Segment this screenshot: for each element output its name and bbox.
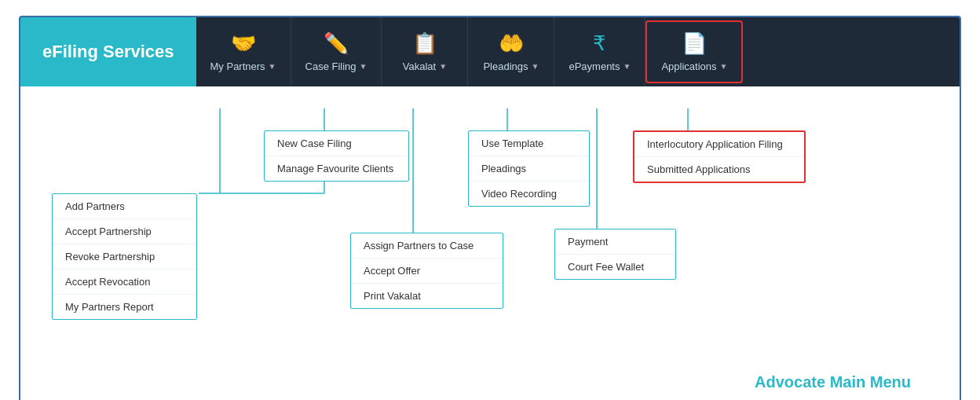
nav-item-applications[interactable]: 📄 Applications ▼ xyxy=(645,20,743,83)
vakalat-item-1[interactable]: Accept Offer xyxy=(351,259,503,284)
navbar: eFiling Services 🤝 My Partners ▼ ✏️ Case… xyxy=(20,17,960,86)
pleadings-icon: 🤲 xyxy=(499,31,524,56)
case-filing-arrow: ▼ xyxy=(360,62,368,71)
my-partners-item-3[interactable]: Accept Revocation xyxy=(53,270,196,295)
case-filing-dropdown: New Case Filing Manage Favourite Clients xyxy=(264,130,409,182)
nav-item-epayments[interactable]: ₹ ePayments ▼ xyxy=(554,17,645,86)
nav-items: 🤝 My Partners ▼ ✏️ Case Filing ▼ 📋 Vakal… xyxy=(196,17,960,86)
content-area: New Case Filing Manage Favourite Clients… xyxy=(20,86,960,400)
applications-arrow: ▼ xyxy=(720,62,728,71)
nav-item-vakalat[interactable]: 📋 Vakalat ▼ xyxy=(382,17,468,86)
diagram: New Case Filing Manage Favourite Clients… xyxy=(46,108,934,399)
pleadings-item-1[interactable]: Pleadings xyxy=(469,156,589,182)
vakalat-dropdown: Assign Partners to Case Accept Offer Pri… xyxy=(350,233,503,309)
vakalat-arrow: ▼ xyxy=(439,62,447,71)
vakalat-label: Vakalat ▼ xyxy=(403,61,447,72)
applications-label: Applications ▼ xyxy=(661,61,727,72)
my-partners-item-0[interactable]: Add Partners xyxy=(53,194,196,219)
vakalat-item-2[interactable]: Print Vakalat xyxy=(351,284,503,308)
my-partners-label: My Partners ▼ xyxy=(210,61,276,72)
epayments-arrow: ▼ xyxy=(623,62,631,71)
epayments-item-0[interactable]: Payment xyxy=(555,229,675,255)
case-filing-label: Case Filing ▼ xyxy=(305,61,368,72)
epayments-dropdown: Payment Court Fee Wallet xyxy=(554,229,676,280)
my-partners-dropdown: Add Partners Accept Partnership Revoke P… xyxy=(52,193,197,320)
nav-item-pleadings[interactable]: 🤲 Pleadings ▼ xyxy=(468,17,554,86)
my-partners-item-2[interactable]: Revoke Partnership xyxy=(53,244,196,270)
epayments-icon: ₹ xyxy=(593,31,606,56)
my-partners-icon: 🤝 xyxy=(231,31,256,56)
pleadings-label: Pleadings ▼ xyxy=(483,61,539,72)
applications-item-1[interactable]: Submitted Applications xyxy=(634,157,804,182)
applications-dropdown: Interlocutory Application Filing Submitt… xyxy=(633,130,806,183)
case-filing-item-0[interactable]: New Case Filing xyxy=(265,131,408,156)
my-partners-item-4[interactable]: My Partners Report xyxy=(53,295,196,319)
pleadings-dropdown: Use Template Pleadings Video Recording xyxy=(468,130,590,207)
pleadings-arrow: ▼ xyxy=(532,62,539,71)
brand-label: eFiling Services xyxy=(20,17,196,86)
epayments-item-1[interactable]: Court Fee Wallet xyxy=(555,255,675,279)
outer-container: eFiling Services 🤝 My Partners ▼ ✏️ Case… xyxy=(19,16,961,400)
advocate-main-menu-label: Advocate Main Menu xyxy=(755,373,911,391)
my-partners-item-1[interactable]: Accept Partnership xyxy=(53,219,196,244)
applications-icon: 📄 xyxy=(682,31,707,56)
my-partners-arrow: ▼ xyxy=(269,62,276,71)
nav-item-case-filing[interactable]: ✏️ Case Filing ▼ xyxy=(291,17,382,86)
pleadings-item-0[interactable]: Use Template xyxy=(469,131,589,156)
pleadings-item-2[interactable]: Video Recording xyxy=(469,182,589,206)
case-filing-icon: ✏️ xyxy=(324,31,349,56)
vakalat-icon: 📋 xyxy=(412,31,437,56)
nav-item-my-partners[interactable]: 🤝 My Partners ▼ xyxy=(196,17,291,86)
epayments-label: ePayments ▼ xyxy=(569,61,631,72)
case-filing-item-1[interactable]: Manage Favourite Clients xyxy=(265,156,408,181)
applications-item-0[interactable]: Interlocutory Application Filing xyxy=(634,132,804,157)
vakalat-item-0[interactable]: Assign Partners to Case xyxy=(351,233,503,259)
